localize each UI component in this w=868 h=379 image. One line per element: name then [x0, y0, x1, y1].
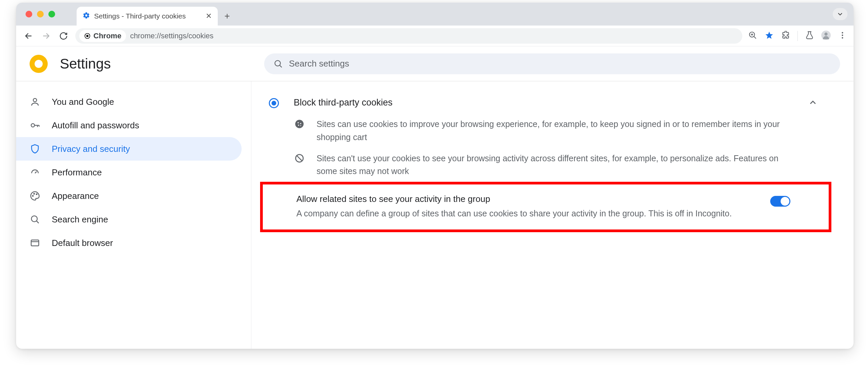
close-tab-button[interactable]: ✕: [206, 12, 212, 21]
new-tab-button[interactable]: +: [220, 7, 235, 26]
tab-strip: Settings - Third-party cookies ✕ +: [16, 3, 854, 26]
sidebar-item-appearance[interactable]: Appearance: [16, 184, 242, 208]
option-title: Block third-party cookies: [294, 97, 808, 108]
svg-point-30: [298, 122, 299, 124]
radio-selected-icon[interactable]: [269, 98, 279, 108]
labs-icon[interactable]: [805, 31, 814, 41]
block-third-party-option[interactable]: Block third-party cookies: [260, 91, 831, 114]
tab-overflow-button[interactable]: [833, 8, 847, 20]
settings-body: You and Google Autofill and passwords Pr…: [16, 81, 854, 349]
profile-icon[interactable]: [821, 31, 831, 41]
search-settings-input[interactable]: Search settings: [264, 54, 840, 74]
browser-window: Settings - Third-party cookies ✕ + Chrom…: [16, 3, 854, 349]
site-chip-label: Chrome: [93, 32, 121, 40]
svg-point-14: [275, 61, 280, 66]
related-sites-toggle[interactable]: [770, 196, 790, 207]
svg-line-5: [754, 36, 756, 39]
collapse-button[interactable]: [808, 97, 818, 109]
svg-point-10: [824, 32, 827, 35]
svg-rect-27: [31, 240, 39, 246]
palette-icon: [30, 191, 40, 201]
related-sites-toggle-row: Allow related sites to see your activity…: [260, 182, 831, 232]
sidebar-item-default-browser[interactable]: Default browser: [16, 231, 242, 255]
browser-icon: [30, 238, 40, 248]
speedometer-icon: [30, 167, 40, 178]
sidebar-item-autofill[interactable]: Autofill and passwords: [16, 114, 242, 137]
back-button[interactable]: [23, 30, 34, 42]
svg-point-32: [298, 125, 300, 126]
cookies-card: Block third-party cookies Sites can use …: [260, 91, 831, 232]
zoom-icon[interactable]: [748, 31, 757, 41]
sidebar-item-performance[interactable]: Performance: [16, 161, 242, 184]
toolbar: Chrome chrome://settings/cookies: [16, 26, 854, 46]
sidebar-item-label: Default browser: [52, 238, 113, 248]
description-allowed: Sites can use cookies to improve your br…: [260, 114, 831, 148]
toggle-title: Allow related sites to see your activity…: [297, 194, 760, 204]
sidebar-item-you-and-google[interactable]: You and Google: [16, 90, 242, 114]
sidebar-item-privacy[interactable]: Privacy and security: [16, 137, 242, 161]
bookmark-icon[interactable]: [765, 31, 774, 41]
traffic-lights: [26, 11, 55, 18]
key-icon: [30, 120, 40, 130]
address-bar[interactable]: Chrome chrome://settings/cookies: [75, 28, 742, 44]
sidebar: You and Google Autofill and passwords Pr…: [16, 81, 251, 349]
svg-point-22: [33, 195, 34, 196]
svg-point-31: [300, 123, 302, 124]
search-icon: [30, 214, 40, 224]
search-placeholder: Search settings: [289, 59, 349, 69]
sidebar-item-label: Privacy and security: [52, 144, 130, 154]
sidebar-item-label: You and Google: [52, 97, 114, 107]
menu-icon[interactable]: [838, 31, 847, 41]
page-title: Settings: [60, 56, 111, 72]
shield-icon: [30, 144, 40, 154]
sidebar-item-label: Appearance: [52, 191, 99, 201]
blocked-icon: [294, 153, 305, 163]
svg-point-3: [86, 35, 89, 37]
reload-button[interactable]: [58, 30, 69, 42]
url-text: chrome://settings/cookies: [130, 32, 213, 40]
svg-point-33: [301, 125, 302, 126]
svg-point-16: [33, 98, 37, 102]
browser-tab[interactable]: Settings - Third-party cookies ✕: [76, 7, 218, 26]
sidebar-item-label: Performance: [52, 167, 102, 178]
separator: [798, 31, 798, 41]
chrome-logo-icon: [30, 55, 48, 73]
extensions-icon[interactable]: [781, 31, 790, 41]
gear-icon: [83, 12, 90, 21]
svg-point-29: [296, 120, 304, 128]
svg-point-13: [842, 37, 843, 38]
main-content: Block third-party cookies Sites can use …: [251, 81, 854, 349]
description-text: Sites can't use your cookies to see your…: [316, 152, 794, 178]
svg-point-12: [842, 34, 843, 36]
minimize-window-button[interactable]: [37, 11, 44, 18]
sidebar-item-label: Search engine: [52, 214, 108, 225]
close-window-button[interactable]: [26, 11, 32, 18]
site-chip[interactable]: Chrome: [79, 30, 126, 42]
tab-title: Settings - Third-party cookies: [94, 12, 186, 20]
sidebar-item-label: Autofill and passwords: [52, 120, 139, 131]
svg-line-26: [37, 221, 39, 223]
svg-point-17: [31, 124, 35, 127]
sidebar-item-search-engine[interactable]: Search engine: [16, 208, 242, 231]
svg-point-23: [34, 193, 35, 194]
forward-button[interactable]: [40, 30, 52, 42]
svg-line-35: [297, 155, 302, 161]
svg-point-25: [31, 216, 37, 222]
svg-line-21: [35, 172, 37, 173]
svg-point-24: [36, 194, 37, 195]
toggle-subtitle: A company can define a group of sites th…: [297, 207, 760, 220]
description-blocked: Sites can't use your cookies to see your…: [260, 148, 831, 182]
svg-line-15: [280, 65, 282, 67]
person-icon: [30, 97, 40, 107]
settings-header: Settings Search settings: [16, 46, 854, 81]
description-text: Sites can use cookies to improve your br…: [316, 118, 794, 144]
cookie-icon: [294, 119, 305, 129]
svg-point-11: [842, 32, 843, 33]
toolbar-actions: [748, 31, 847, 41]
maximize-window-button[interactable]: [49, 11, 55, 18]
